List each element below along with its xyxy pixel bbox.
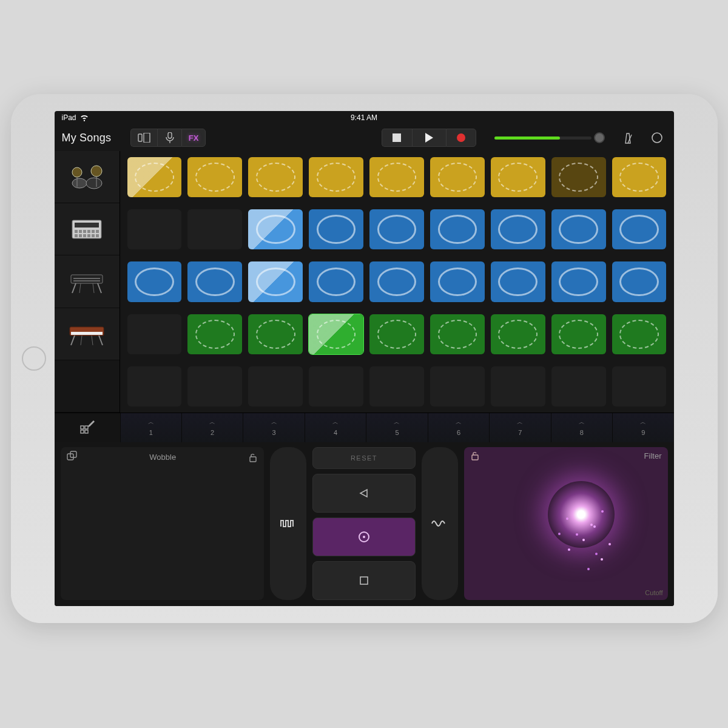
loop-cell[interactable] <box>430 157 485 197</box>
loop-cell[interactable] <box>491 314 545 354</box>
volume-track[interactable] <box>494 136 592 140</box>
loop-cell[interactable] <box>127 209 182 249</box>
scene-trigger[interactable]: ︿2 <box>181 413 243 442</box>
svg-rect-18 <box>87 230 90 233</box>
settings-icon[interactable] <box>647 129 667 147</box>
loop-cell[interactable] <box>369 157 424 197</box>
loop-cell[interactable] <box>309 209 363 249</box>
edit-grid-icon[interactable] <box>55 413 120 442</box>
lock-icon[interactable] <box>470 451 480 460</box>
stop-button[interactable] <box>382 129 412 147</box>
loop-cell[interactable] <box>551 261 606 302</box>
svg-rect-1 <box>144 133 150 143</box>
loop-cell[interactable] <box>612 261 667 302</box>
loop-cell[interactable] <box>187 314 242 354</box>
loop-cell[interactable] <box>127 261 182 302</box>
loop-cell[interactable] <box>612 314 667 354</box>
scratch-button[interactable] <box>312 517 416 556</box>
loop-cell[interactable] <box>248 314 303 354</box>
randomize-icon[interactable] <box>67 451 78 463</box>
scene-number: 2 <box>211 429 214 436</box>
loop-cell[interactable] <box>612 157 667 197</box>
loop-cell[interactable] <box>491 209 545 249</box>
chevron-up-icon: ︿ <box>209 418 215 426</box>
scene-number: 3 <box>272 429 276 436</box>
fx-button[interactable]: FX <box>181 129 206 147</box>
svg-rect-0 <box>138 134 142 141</box>
fx-xy-left[interactable]: Wobble <box>61 447 265 600</box>
svg-rect-46 <box>250 457 256 462</box>
loop-cell[interactable] <box>248 261 303 302</box>
loop-cell[interactable] <box>187 209 242 249</box>
loop-cell[interactable] <box>369 314 424 354</box>
pitch-strip[interactable] <box>422 447 458 600</box>
browser-icon[interactable] <box>130 129 157 147</box>
loop-cell[interactable] <box>309 261 363 302</box>
loop-cell[interactable] <box>127 314 182 354</box>
live-loops-grid <box>55 151 674 413</box>
svg-point-10 <box>91 166 102 177</box>
volume-slider[interactable] <box>494 132 605 143</box>
volume-thumb[interactable] <box>594 132 605 143</box>
svg-rect-25 <box>92 234 95 237</box>
scene-trigger[interactable]: ︿9 <box>612 413 673 442</box>
scene-trigger[interactable]: ︿3 <box>243 413 304 442</box>
home-button[interactable] <box>22 346 46 371</box>
metronome-icon[interactable] <box>616 129 640 147</box>
loop-cell[interactable] <box>187 261 242 302</box>
loop-cell[interactable] <box>369 366 424 406</box>
loop-cell[interactable] <box>491 157 545 197</box>
loop-cell[interactable] <box>309 157 363 197</box>
loop-cell[interactable] <box>612 209 667 249</box>
loop-cell[interactable] <box>127 366 182 406</box>
lock-icon[interactable] <box>248 453 258 462</box>
back-button[interactable]: My Songs <box>62 132 112 144</box>
reset-button[interactable]: RESET <box>312 447 416 469</box>
scene-trigger[interactable]: ︿5 <box>366 413 427 442</box>
fx-xy-right[interactable]: Filter Cutoff <box>464 447 668 600</box>
scene-number: 7 <box>518 429 522 436</box>
loop-cell[interactable] <box>309 366 363 406</box>
loop-cell[interactable] <box>551 314 606 354</box>
scene-trigger[interactable]: ︿4 <box>305 413 366 442</box>
loop-cell[interactable] <box>248 209 303 249</box>
loop-cell[interactable] <box>551 366 606 406</box>
xy-axis-label: Cutoff <box>645 589 662 596</box>
loop-cell[interactable] <box>551 157 606 197</box>
loop-cell[interactable] <box>430 261 485 302</box>
scene-trigger[interactable]: ︿1 <box>120 413 181 442</box>
svg-rect-3 <box>393 133 401 142</box>
loop-cell[interactable] <box>369 209 424 249</box>
scene-trigger[interactable]: ︿7 <box>489 413 550 442</box>
record-button[interactable] <box>446 129 476 147</box>
loop-cell[interactable] <box>430 314 485 354</box>
scene-trigger[interactable]: ︿6 <box>428 413 489 442</box>
loop-cell[interactable] <box>187 366 242 406</box>
svg-rect-2 <box>168 132 172 138</box>
drums-icon <box>66 163 108 191</box>
loop-cell[interactable] <box>430 209 485 249</box>
scene-trigger[interactable]: ︿8 <box>551 413 612 442</box>
track-keyboard[interactable] <box>55 255 120 308</box>
status-bar: iPad 9:41 AM <box>55 111 674 124</box>
loop-cell[interactable] <box>187 157 242 197</box>
play-button[interactable] <box>412 129 446 147</box>
loop-cell[interactable] <box>127 157 182 197</box>
loop-cell[interactable] <box>248 157 303 197</box>
track-drums[interactable] <box>55 151 120 203</box>
loop-cell[interactable] <box>309 314 363 354</box>
track-synth[interactable] <box>55 308 120 360</box>
loop-cell[interactable] <box>430 366 485 406</box>
loop-cell[interactable] <box>612 366 667 406</box>
loop-cell[interactable] <box>551 209 606 249</box>
track-sampler[interactable] <box>55 203 120 255</box>
loop-cell[interactable] <box>369 261 424 302</box>
gate-strip[interactable] <box>270 447 306 600</box>
tape-stop-button[interactable] <box>312 561 416 600</box>
loop-cell[interactable] <box>248 366 303 406</box>
loop-cell[interactable] <box>491 366 545 406</box>
reverse-button[interactable] <box>312 474 416 513</box>
loop-cell[interactable] <box>491 261 545 302</box>
mic-icon[interactable] <box>157 129 181 147</box>
svg-rect-41 <box>85 426 88 429</box>
